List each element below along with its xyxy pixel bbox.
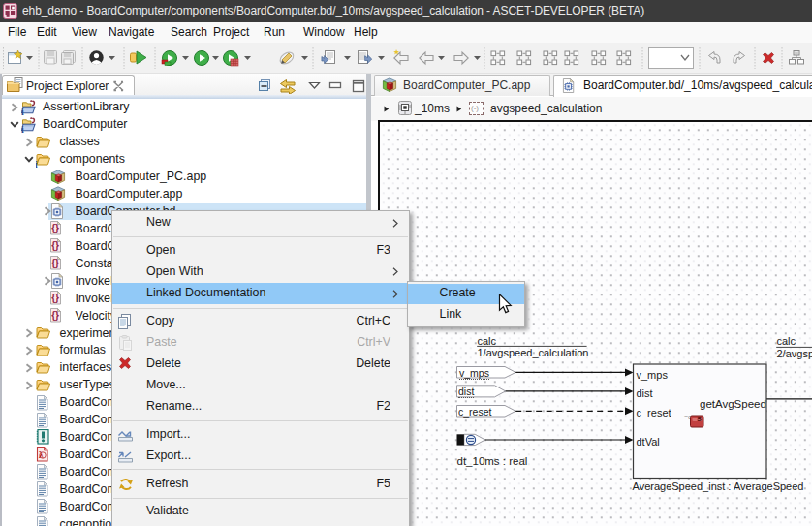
svg-text:s: s [697, 414, 702, 423]
